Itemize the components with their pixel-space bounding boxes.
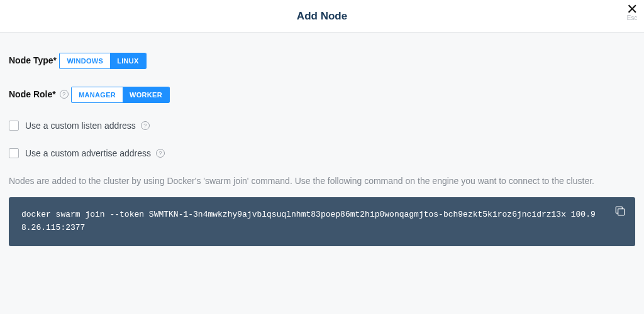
join-command-text: docker swarm join --token SWMTKN-1-3n4mw… <box>21 208 623 235</box>
dialog-header: Add Node ✕ Esc <box>0 0 644 33</box>
close-hint: Esc <box>626 15 638 21</box>
help-icon[interactable]: ? <box>156 149 165 158</box>
custom-advertise-label-text: Use a custom advertise address <box>25 148 151 158</box>
custom-advertise-label: Use a custom advertise address ? <box>25 148 165 158</box>
close-button[interactable]: ✕ Esc <box>626 3 638 21</box>
help-icon[interactable]: ? <box>60 90 69 99</box>
node-role-toggle: MANAGER WORKER <box>71 87 170 103</box>
custom-listen-label-text: Use a custom listen address <box>25 121 136 131</box>
custom-listen-row: Use a custom listen address ? <box>9 121 635 131</box>
node-type-label: Node Type* <box>9 55 57 65</box>
node-type-windows[interactable]: WINDOWS <box>60 53 110 68</box>
node-role-field: Node Role* ? MANAGER WORKER <box>9 87 635 106</box>
custom-listen-label: Use a custom listen address ? <box>25 121 150 131</box>
node-type-toggle: WINDOWS LINUX <box>59 53 146 69</box>
node-role-manager[interactable]: MANAGER <box>72 87 123 102</box>
node-role-worker[interactable]: WORKER <box>123 87 169 102</box>
copy-icon <box>614 205 626 217</box>
svg-rect-0 <box>618 209 625 215</box>
custom-listen-checkbox[interactable] <box>9 121 19 131</box>
node-type-linux[interactable]: LINUX <box>110 53 146 68</box>
join-command-block: docker swarm join --token SWMTKN-1-3n4mw… <box>9 197 635 246</box>
dialog-title: Add Node <box>297 10 347 23</box>
node-role-label-text: Node Role* <box>9 89 56 99</box>
join-description: Nodes are added to the cluster by using … <box>9 176 635 186</box>
custom-advertise-checkbox[interactable] <box>9 148 19 158</box>
custom-advertise-row: Use a custom advertise address ? <box>9 148 635 158</box>
copy-button[interactable] <box>614 205 628 219</box>
help-icon[interactable]: ? <box>141 121 150 130</box>
dialog-content: Node Type* WINDOWS LINUX Node Role* ? MA… <box>0 33 644 246</box>
node-type-field: Node Type* WINDOWS LINUX <box>9 53 635 72</box>
node-type-label-text: Node Type* <box>9 55 57 65</box>
node-role-label: Node Role* ? <box>9 89 69 99</box>
